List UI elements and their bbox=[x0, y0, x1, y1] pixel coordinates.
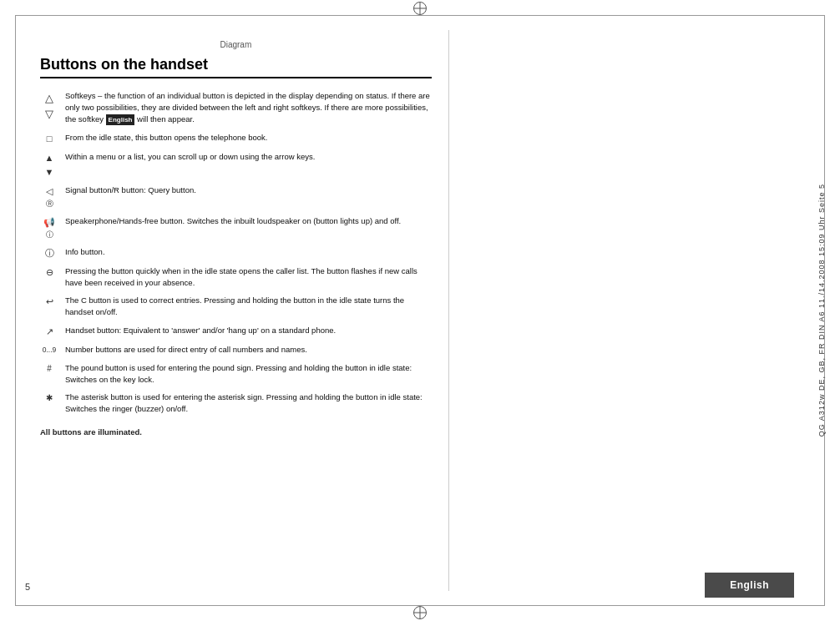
softkeys-icon-col: △ ▽ bbox=[40, 90, 58, 120]
right-panel-inner bbox=[449, 15, 803, 606]
arrow-keys-section: ▲ ▼ Within a menu or a list, you can scr… bbox=[40, 151, 432, 177]
left-panel: Diagram Buttons on the handset △ ▽ Softk… bbox=[15, 15, 448, 606]
reg-mark-top bbox=[413, 2, 427, 15]
spine-text: QG A312w DE, GB, FR DIN A6 11./14.2008 1… bbox=[817, 184, 826, 437]
signal-button-section: ◁ Ⓡ Signal button/R button: Query button… bbox=[40, 184, 432, 209]
reg-mark-bottom bbox=[413, 606, 427, 619]
signal-icon: ◁ bbox=[46, 186, 53, 197]
arrow-up-icon: ▲ bbox=[45, 153, 54, 164]
pound-icon: # bbox=[47, 364, 52, 374]
softkeys-icon: △ bbox=[45, 92, 53, 105]
c-button-icon-col: ↩ bbox=[40, 295, 58, 307]
options-badge: English bbox=[106, 114, 135, 126]
info-icon: ⓘ bbox=[45, 248, 54, 259]
softkeys-text: Softkeys – the function of an individual… bbox=[65, 90, 432, 125]
c-button-section: ↩ The C button is used to correct entrie… bbox=[40, 295, 432, 318]
c-button-text: The C button is used to correct entries.… bbox=[65, 295, 432, 318]
caller-list-icon: ⊖ bbox=[46, 267, 53, 278]
page-number: 5 bbox=[25, 582, 30, 592]
arrow-keys-icon-col: ▲ ▼ bbox=[40, 151, 58, 177]
phone-book-icon: □ bbox=[47, 134, 53, 144]
pound-text: The pound button is used for entering th… bbox=[65, 362, 432, 386]
bold-note: All buttons are illuminated. bbox=[40, 427, 432, 437]
main-layout: Diagram Buttons on the handset △ ▽ Softk… bbox=[15, 15, 803, 606]
speakerphone-text: Speakerphone/Hands-free button. Switches… bbox=[65, 215, 432, 227]
asterisk-icon: ✱ bbox=[46, 393, 53, 403]
info-text: Info button. bbox=[65, 246, 432, 258]
numbers-icon: 0...9 bbox=[43, 346, 57, 354]
number-buttons-section: 0...9 Number buttons are used for direct… bbox=[40, 344, 432, 356]
signal-text: Signal button/R button: Query button. bbox=[65, 184, 432, 196]
handset-button-section: ↗ Handset button: Equivalent to 'answer'… bbox=[40, 325, 432, 337]
softkeys-icon2: ▽ bbox=[45, 108, 53, 121]
number-buttons-text: Number buttons are used for direct entry… bbox=[65, 344, 432, 356]
speakerphone-icon: 📢 bbox=[43, 217, 55, 228]
content-body: △ ▽ Softkeys – the function of an indivi… bbox=[40, 90, 432, 581]
spine-area: QG A312w DE, GB, FR DIN A6 11./14.2008 1… bbox=[803, 0, 840, 621]
right-panel bbox=[449, 15, 803, 606]
handset-text: Handset button: Equivalent to 'answer' a… bbox=[65, 325, 432, 336]
phone-book-text: From the idle state, this button opens t… bbox=[65, 132, 432, 144]
query-icon: Ⓡ bbox=[46, 199, 53, 209]
softkeys-section: △ ▽ Softkeys – the function of an indivi… bbox=[40, 90, 432, 125]
asterisk-icon-col: ✱ bbox=[40, 391, 58, 403]
diagram-label: Diagram bbox=[40, 40, 432, 49]
caller-list-icon-col: ⊖ bbox=[40, 265, 58, 278]
info-icon-col: ⓘ bbox=[40, 246, 58, 259]
arrow-down-icon: ▼ bbox=[45, 167, 54, 178]
info-small-icon: ⓘ bbox=[46, 230, 53, 240]
c-button-icon: ↩ bbox=[46, 296, 53, 307]
asterisk-button-section: ✱ The asterisk button is used for enteri… bbox=[40, 391, 432, 415]
pound-icon-col: # bbox=[40, 362, 58, 374]
number-buttons-icon-col: 0...9 bbox=[40, 344, 58, 354]
speakerphone-section: 📢 ⓘ Speakerphone/Hands-free button. Swit… bbox=[40, 215, 432, 240]
signal-icon-col: ◁ Ⓡ bbox=[40, 184, 58, 209]
caller-list-section: ⊖ Pressing the button quickly when in th… bbox=[40, 265, 432, 289]
handset-icon-col: ↗ bbox=[40, 325, 58, 337]
arrow-keys-text: Within a menu or a list, you can scroll … bbox=[65, 151, 432, 163]
pound-button-section: # The pound button is used for entering … bbox=[40, 362, 432, 386]
phone-book-section: □ From the idle state, this button opens… bbox=[40, 132, 432, 144]
english-badge: English bbox=[705, 573, 794, 598]
info-button-section: ⓘ Info button. bbox=[40, 246, 432, 259]
phone-book-icon-col: □ bbox=[40, 132, 58, 144]
speakerphone-icon-col: 📢 ⓘ bbox=[40, 215, 58, 240]
page-container: QG A312w DE, GB, FR DIN A6 11./14.2008 1… bbox=[0, 0, 840, 621]
handset-icon: ↗ bbox=[46, 326, 53, 337]
caller-list-text: Pressing the button quickly when in the … bbox=[65, 265, 432, 289]
asterisk-text: The asterisk button is used for entering… bbox=[65, 391, 432, 415]
section-heading: Buttons on the handset bbox=[40, 56, 432, 78]
